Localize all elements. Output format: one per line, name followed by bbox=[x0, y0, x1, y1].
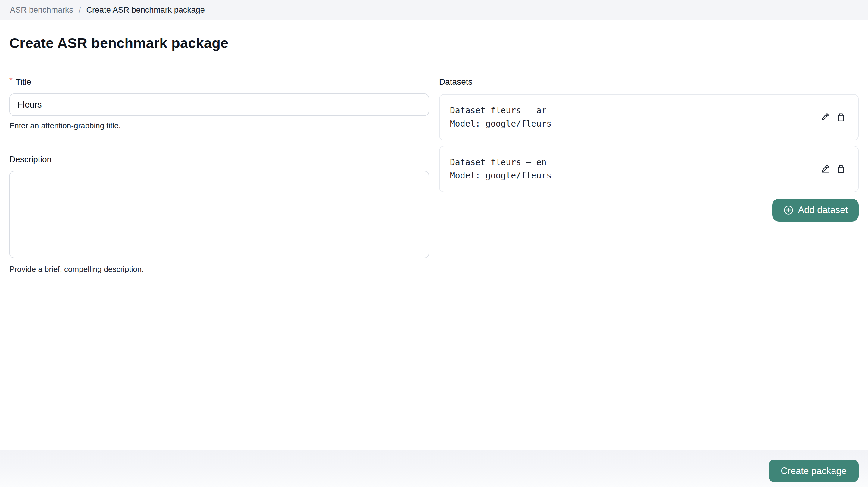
datasets-section: Datasets Dataset fleurs — ar Model: goog… bbox=[439, 77, 859, 274]
dataset-card: Dataset fleurs — ar Model: google/fleurs bbox=[439, 94, 859, 140]
dataset-list: Dataset fleurs — ar Model: google/fleurs bbox=[439, 94, 859, 192]
edit-dataset-button[interactable] bbox=[820, 164, 830, 174]
dataset-card-text: Dataset fleurs — ar Model: google/fleurs bbox=[450, 104, 552, 131]
title-helper-text: Enter an attention-grabbing title. bbox=[9, 121, 429, 131]
title-field-label: Title bbox=[16, 77, 31, 87]
trash-icon bbox=[836, 112, 846, 122]
delete-dataset-button[interactable] bbox=[836, 112, 846, 122]
trash-icon bbox=[836, 164, 846, 174]
dataset-name-line: Dataset fleurs — en bbox=[450, 156, 552, 169]
edit-dataset-button[interactable] bbox=[820, 112, 830, 122]
delete-dataset-button[interactable] bbox=[836, 164, 846, 174]
required-asterisk: * bbox=[9, 76, 13, 85]
create-package-button[interactable]: Create package bbox=[769, 460, 859, 482]
breadcrumb-current: Create ASR benchmark package bbox=[87, 5, 205, 15]
main-content: * Title Enter an attention-grabbing titl… bbox=[0, 77, 868, 274]
description-field-label: Description bbox=[9, 154, 52, 164]
dataset-card-text: Dataset fleurs — en Model: google/fleurs bbox=[450, 156, 552, 182]
dataset-card: Dataset fleurs — en Model: google/fleurs bbox=[439, 146, 859, 192]
dataset-model-line: Model: google/fleurs bbox=[450, 117, 552, 131]
add-dataset-button[interactable]: Add dataset bbox=[772, 199, 859, 222]
dataset-model-line: Model: google/fleurs bbox=[450, 169, 552, 182]
dataset-card-actions bbox=[820, 164, 846, 174]
footer-bar: Create package bbox=[0, 450, 868, 487]
title-label-row: * Title bbox=[9, 77, 429, 87]
title-input[interactable] bbox=[9, 93, 429, 116]
breadcrumb-parent-link[interactable]: ASR benchmarks bbox=[10, 5, 73, 15]
title-field-group: * Title Enter an attention-grabbing titl… bbox=[9, 77, 429, 131]
pencil-edit-icon bbox=[820, 112, 830, 122]
breadcrumb-separator: / bbox=[79, 5, 81, 15]
plus-circle-icon bbox=[783, 205, 794, 216]
description-label-row: Description bbox=[9, 154, 429, 164]
description-field-group: Description Provide a brief, compelling … bbox=[9, 154, 429, 274]
dataset-card-actions bbox=[820, 112, 846, 122]
breadcrumb: ASR benchmarks / Create ASR benchmark pa… bbox=[0, 0, 868, 20]
add-dataset-label: Add dataset bbox=[798, 205, 848, 216]
description-textarea[interactable] bbox=[9, 171, 429, 258]
description-helper-text: Provide a brief, compelling description. bbox=[9, 265, 429, 274]
package-form: * Title Enter an attention-grabbing titl… bbox=[9, 77, 429, 274]
datasets-heading: Datasets bbox=[439, 77, 859, 87]
pencil-edit-icon bbox=[820, 164, 830, 174]
add-dataset-row: Add dataset bbox=[439, 199, 859, 222]
page-title: Create ASR benchmark package bbox=[9, 35, 868, 51]
dataset-name-line: Dataset fleurs — ar bbox=[450, 104, 552, 117]
